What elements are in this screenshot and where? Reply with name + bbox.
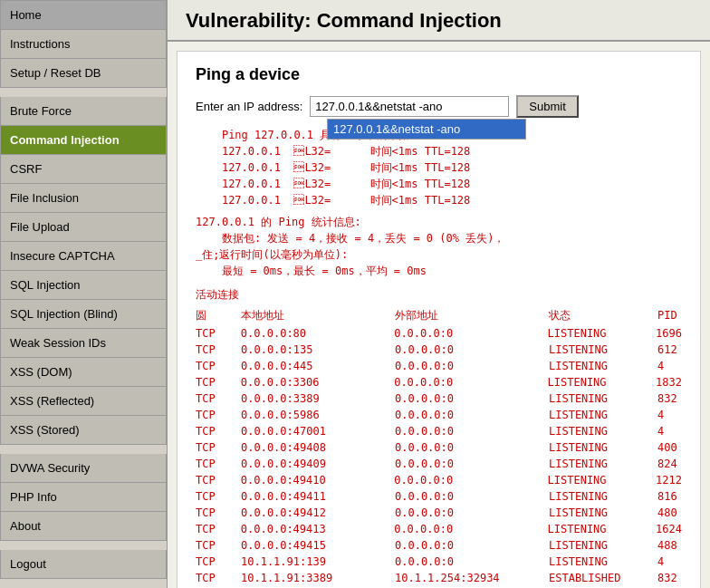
sidebar-item-home[interactable]: Home [0, 0, 167, 30]
input-row: Enter an IP address: Submit 127.0.0.1&&n… [196, 95, 682, 118]
netstat-row: TCP 0.0.0.0:47001 0.0.0.0:0 LISTENING 4 [196, 423, 682, 439]
netstat-row: TCP 0.0.0.0:49415 0.0.0.0:0 LISTENING 48… [196, 537, 682, 554]
ip-address-input[interactable] [310, 96, 509, 117]
content-area: Ping a device Enter an IP address: Submi… [177, 51, 701, 588]
sidebar-item-weak-session-ids[interactable]: Weak Session IDs [0, 329, 167, 358]
sidebar-item-dvwa-security[interactable]: DVWA Security [0, 454, 167, 483]
sidebar-item-xss-reflected[interactable]: XSS (Reflected) [0, 387, 167, 416]
netstat-row: TCP 0.0.0.0:135 0.0.0.0:0 LISTENING 612 [196, 342, 682, 358]
sidebar-item-file-upload[interactable]: File Upload [0, 213, 167, 242]
sidebar-item-sql-injection[interactable]: SQL Injection [0, 271, 167, 300]
sidebar-item-insecure-captcha[interactable]: Insecure CAPTCHA [0, 242, 167, 271]
sidebar: Home Instructions Setup / Reset DB Brute… [0, 0, 168, 588]
sidebar-item-about[interactable]: About [0, 512, 167, 541]
netstat-row: TCP 0.0.0.0:5986 0.0.0.0:0 LISTENING 4 [196, 407, 682, 423]
netstat-row: TCP 0.0.0.0:49409 0.0.0.0:0 LISTENING 82… [196, 456, 682, 472]
sidebar-item-xss-stored[interactable]: XSS (Stored) [0, 416, 167, 445]
netstat-row: TCP 10.1.1.91:3389 10.1.1.254:32934 ESTA… [196, 570, 682, 586]
ping-stats: 127.0.0.1 的 Ping 统计信息: 数据包: 发送 = 4，接收 = … [196, 214, 682, 279]
netstat-row: TCP 0.0.0.0:3306 0.0.0.0:0 LISTENING 183… [196, 374, 682, 390]
netstat-row: TCP 0.0.0.0:49410 0.0.0.0:0 LISTENING 12… [196, 472, 682, 488]
netstat-header: 圆 本地地址 外部地址 状态 PID [196, 307, 682, 323]
section-title: Ping a device [196, 65, 682, 84]
input-label: Enter an IP address: [196, 100, 302, 113]
netstat-row: TCP 10.1.1.91:139 0.0.0.0:0 LISTENING 4 [196, 554, 682, 570]
sidebar-item-logout[interactable]: Logout [0, 550, 167, 579]
page-title: Vulnerability: Command Injection [168, 0, 710, 42]
sidebar-item-php-info[interactable]: PHP Info [0, 483, 167, 512]
autocomplete-item[interactable]: 127.0.0.1&&netstat -ano [328, 120, 525, 139]
autocomplete-dropdown: 127.0.0.1&&netstat -ano [327, 119, 526, 140]
sidebar-item-instructions[interactable]: Instructions [0, 30, 167, 59]
netstat-row: TCP 0.0.0.0:49411 0.0.0.0:0 LISTENING 81… [196, 488, 682, 505]
sidebar-item-setup[interactable]: Setup / Reset DB [0, 59, 167, 88]
sidebar-item-file-inclusion[interactable]: File Inclusion [0, 184, 167, 213]
netstat-row: TCP 0.0.0.0:49413 0.0.0.0:0 LISTENING 16… [196, 521, 682, 537]
netstat-row: TCP 0.0.0.0:49412 0.0.0.0:0 LISTENING 48… [196, 505, 682, 521]
sidebar-item-sql-injection-blind[interactable]: SQL Injection (Blind) [0, 300, 167, 329]
sidebar-item-csrf[interactable]: CSRF [0, 155, 167, 184]
netstat-table: 圆 本地地址 外部地址 状态 PID TCP 0.0.0.0:80 0.0.0.… [196, 307, 682, 588]
submit-button[interactable]: Submit [516, 95, 578, 118]
netstat-row: TCP 0.0.0.0:49408 0.0.0.0:0 LISTENING 40… [196, 439, 682, 456]
netstat-row: TCP 0.0.0.0:80 0.0.0.0:0 LISTENING 1696 [196, 325, 682, 342]
main-content: Vulnerability: Command Injection Ping a … [168, 0, 710, 588]
netstat-label: 活动连接 [196, 286, 682, 303]
netstat-row: TCP 0.0.0.0:3389 0.0.0.0:0 LISTENING 832 [196, 390, 682, 407]
netstat-row: TCP 0.0.0.0:445 0.0.0.0:0 LISTENING 4 [196, 358, 682, 374]
sidebar-item-command-injection[interactable]: Command Injection [0, 126, 167, 155]
netstat-rows: TCP 0.0.0.0:80 0.0.0.0:0 LISTENING 1696 … [196, 325, 682, 588]
sidebar-item-xss-dom[interactable]: XSS (DOM) [0, 358, 167, 387]
sidebar-item-brute-force[interactable]: Brute Force [0, 97, 167, 126]
